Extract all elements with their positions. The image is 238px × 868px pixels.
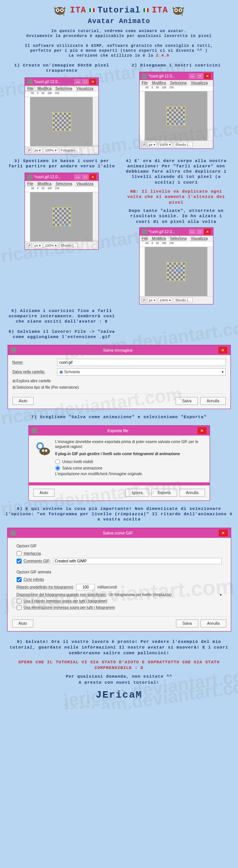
menu-modifica[interactable]: Modifica	[37, 86, 51, 91]
menu-visualizza[interactable]: Visualizza	[191, 81, 208, 85]
menu-file[interactable]: File	[27, 86, 33, 91]
nav-arrow[interactable]: ↗	[141, 142, 146, 147]
ruler-vertical	[25, 97, 30, 146]
canvas[interactable]: ♥♥♥	[145, 247, 207, 296]
nav-arrow[interactable]: ↗	[141, 298, 146, 303]
nav-arrow[interactable]: ↗	[26, 148, 32, 153]
menu-file[interactable]: File	[142, 236, 148, 241]
menu-modifica[interactable]: Modifica	[152, 236, 166, 241]
ruler-vertical	[140, 247, 145, 296]
cancel-button[interactable]: Annulla	[201, 619, 226, 627]
menu-visualizza[interactable]: Visualizza	[76, 182, 93, 186]
footer-line1: Per qualsiasi domanda, non esitate ^^	[8, 674, 230, 680]
close-button[interactable]: ✕	[89, 174, 96, 180]
window-title: *cuori.gif-12.0...	[149, 74, 188, 78]
cancel-button[interactable]: Annulla	[179, 489, 205, 497]
folder-icon: ▣	[59, 370, 63, 374]
use-disp-checkbox[interactable]	[17, 605, 22, 610]
maximize-button[interactable]: □	[82, 174, 89, 180]
footer-hope: SPERO CHE IL TUTORIAL VI SIA STATO D'AIU…	[8, 656, 230, 674]
canvas[interactable]: ♥♥♥	[145, 91, 207, 141]
nav-arrow[interactable]: ↗	[26, 243, 32, 248]
interlace-checkbox[interactable]	[17, 551, 22, 556]
zoom-select[interactable]: 100% ▾	[158, 298, 173, 303]
unit-select[interactable]: px ▾	[33, 148, 42, 153]
svg-point-10	[180, 9, 181, 11]
step-7-title: 7) Scegliamo "Salva come animazione" e s…	[0, 412, 238, 422]
menu-seleziona[interactable]: Seleziona	[170, 236, 187, 241]
close-button[interactable]: ✕	[198, 427, 207, 434]
app-icon	[27, 175, 33, 180]
minimize-button[interactable]: —	[189, 73, 196, 79]
ruler-vertical	[140, 91, 145, 141]
save-button[interactable]: Salva	[176, 397, 198, 405]
maximize-button[interactable]: □	[196, 229, 203, 235]
layer-select[interactable]: Sfondo (...	[174, 142, 193, 147]
menu-file[interactable]: File	[27, 182, 33, 186]
menu-modifica[interactable]: Modifica	[37, 182, 51, 186]
help-button[interactable]: Aiuto	[12, 397, 34, 405]
italy-flag-icon	[89, 8, 95, 12]
loop-checkbox[interactable]	[17, 577, 22, 582]
cancel-button[interactable]: Annulla	[200, 397, 226, 405]
delay-input[interactable]	[76, 584, 95, 590]
layer-select[interactable]: Sfondo (...	[59, 243, 78, 248]
layer-select[interactable]: Sfondo (...	[174, 298, 193, 303]
menu-seleziona[interactable]: Seleziona	[170, 81, 187, 85]
window-title: *cuori.gif-12.0...	[34, 80, 73, 84]
export-button[interactable]: Esporta	[151, 489, 177, 497]
unit-select[interactable]: px ▾	[33, 243, 42, 248]
save-button[interactable]: Salva	[176, 619, 198, 627]
minimize-button[interactable]: —	[189, 229, 196, 235]
close-button[interactable]: ✕	[204, 73, 211, 79]
export-msg3: L'esportazione non modificherà l'immagin…	[55, 471, 205, 476]
hearts-icon: ♥♥♥	[177, 120, 184, 124]
maximize-button[interactable]: □	[82, 79, 89, 85]
ruler-vertical	[25, 192, 30, 241]
step-1-title: 1) Create un'immagine 50x50 pixel traspa…	[5, 60, 119, 76]
comment-input[interactable]	[53, 558, 222, 564]
menu-modifica[interactable]: Modifica	[152, 81, 166, 85]
disposition-select[interactable]: Un fotogramma per livello (rimpiazza) ▾	[109, 593, 222, 597]
ignore-button[interactable]: Ignora	[125, 489, 149, 497]
canvas[interactable]	[30, 97, 93, 146]
app-icon	[32, 428, 37, 433]
menu-visualizza[interactable]: Visualizza	[76, 86, 93, 91]
gif-anim-heading: Opzioni GIF animata	[17, 570, 222, 574]
use-delay-checkbox[interactable]	[17, 599, 22, 604]
menu-visualizza[interactable]: Visualizza	[191, 236, 208, 241]
close-button[interactable]: ✕	[89, 79, 96, 85]
gimp-window-3: *cuori.gif-12.0... — □ ✕ File Modifica S…	[25, 173, 99, 250]
signature: JEricaM	[8, 686, 230, 704]
help-button[interactable]: Aiuto	[33, 489, 55, 497]
close-button[interactable]: ✕	[204, 229, 211, 235]
menu-seleziona[interactable]: Seleziona	[56, 86, 72, 91]
expand-filetype[interactable]: Seleziona tipo di file (Per estensione)	[12, 384, 226, 391]
unit-select[interactable]: px ▾	[148, 142, 157, 147]
dialog-title: Esporta file	[39, 428, 197, 433]
step-5-title: 5) Alziamo i cuoricini fino a farli scom…	[5, 306, 119, 327]
merge-layers-radio[interactable]	[55, 459, 60, 464]
svg-point-9	[175, 9, 177, 11]
zoom-select[interactable]: 100% ▾	[44, 148, 58, 153]
maximize-button[interactable]: □	[196, 73, 203, 79]
minimize-button[interactable]: —	[74, 174, 81, 180]
minimize-button[interactable]: —	[74, 79, 81, 85]
step-4-nb: NB: Il livello va duplicato ogni volta c…	[119, 187, 234, 207]
filename-input[interactable]	[57, 359, 226, 366]
layer-select[interactable]: Fotogram...	[59, 148, 80, 153]
save-animation-radio[interactable]	[55, 466, 60, 471]
zoom-select[interactable]: 100% ▾	[158, 142, 173, 147]
help-button[interactable]: Aiuto	[12, 619, 34, 627]
close-button[interactable]: ✕	[219, 530, 228, 536]
canvas[interactable]: ♥♥♥	[30, 192, 93, 241]
unit-select[interactable]: px ▾	[148, 298, 157, 303]
menu-seleziona[interactable]: Seleziona	[56, 182, 72, 186]
close-button[interactable]: ✕	[218, 347, 227, 354]
app-icon	[142, 229, 147, 234]
zoom-select[interactable]: 100% ▾	[44, 243, 58, 248]
folder-select[interactable]: ▣ Scrivania ▾	[57, 368, 226, 375]
comment-checkbox[interactable]	[17, 559, 22, 564]
expand-browse[interactable]: Esplora altre cartelle	[12, 378, 226, 384]
menu-file[interactable]: File	[142, 81, 148, 85]
